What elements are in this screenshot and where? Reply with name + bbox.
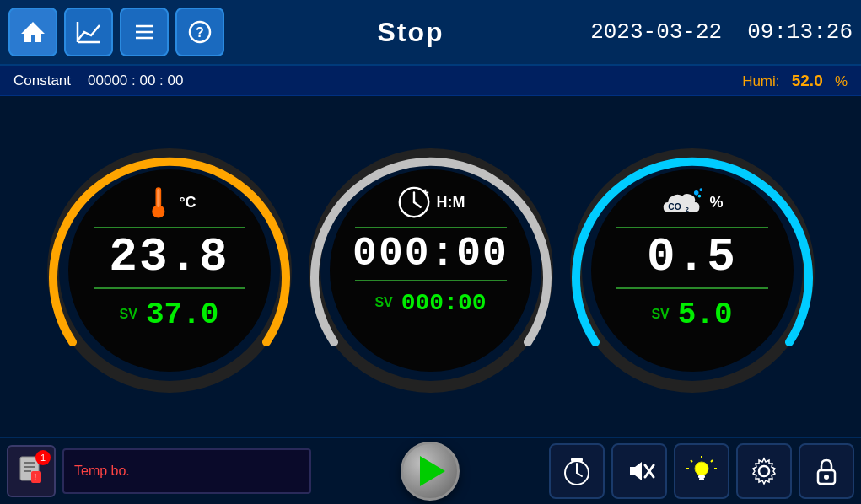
timer-sv-value: 000:00 — [401, 290, 487, 316]
svg-text:CO: CO — [669, 202, 681, 212]
timer-display: 00000 : 00 : 00 — [88, 72, 183, 89]
svg-rect-11 — [158, 189, 160, 207]
timer-set-button[interactable] — [549, 443, 605, 499]
timer-sv-label: SV — [374, 295, 392, 310]
temp-sv-label: SV — [120, 307, 137, 322]
humidity-display: Humi: 52.0 % — [742, 72, 848, 90]
svg-point-35 — [695, 462, 708, 475]
svg-rect-37 — [699, 478, 704, 480]
datetime-display: 2023-03-22 09:13:26 — [590, 19, 853, 45]
svg-line-15 — [414, 202, 421, 207]
bottom-bar: ! 1 Temp bo. — [0, 437, 861, 504]
message-text: Temp bo. — [74, 464, 130, 479]
svg-line-30 — [577, 473, 582, 476]
temp-divider2 — [94, 287, 245, 289]
humi-label: Humi: — [742, 73, 779, 89]
svg-point-43 — [759, 466, 769, 476]
co2-divider2 — [616, 287, 768, 289]
timer-gauge-inner: H:M 000:00 SV 000:00 — [330, 169, 532, 372]
main-content: °C 23.8 SV 37.0 — [0, 96, 861, 437]
svg-rect-36 — [698, 475, 705, 478]
svg-point-21 — [698, 195, 702, 198]
co2-unit: % — [709, 194, 723, 212]
temp-icon-row: °C — [142, 185, 196, 220]
temperature-gauge: °C 23.8 SV 37.0 — [47, 148, 292, 393]
mode-label: Constant — [13, 72, 71, 89]
temp-gauge-inner: °C 23.8 SV 37.0 — [68, 169, 271, 372]
page-title: Stop — [231, 17, 590, 48]
svg-point-20 — [700, 188, 703, 191]
nav-home-button[interactable] — [8, 8, 57, 56]
temp-value: 23.8 — [109, 232, 229, 284]
svg-marker-0 — [21, 22, 45, 42]
co2-gauge: CO 2 % 0.5 SV 5.0 — [570, 148, 815, 393]
timer-sv-row: SV 000:00 — [374, 290, 486, 316]
timer-divider — [355, 227, 507, 228]
play-icon — [420, 456, 445, 486]
co2-sv-row: SV 5.0 — [651, 298, 732, 332]
co2-sv-value: 5.0 — [678, 298, 733, 332]
svg-marker-32 — [630, 462, 642, 480]
play-button[interactable] — [401, 442, 460, 501]
timer-divider2 — [355, 280, 507, 281]
svg-rect-31 — [571, 458, 583, 462]
log-button[interactable]: ! 1 — [7, 445, 56, 497]
bottom-message: Temp bo. — [62, 448, 311, 494]
svg-text:?: ? — [196, 25, 204, 40]
nav-list-button[interactable] — [120, 8, 169, 56]
temp-sv-value: 37.0 — [146, 298, 218, 332]
time-display: 09:13:26 — [747, 19, 853, 45]
status-left: Constant 00000 : 00 : 00 — [13, 72, 183, 89]
temp-divider — [94, 227, 245, 228]
settings-button[interactable] — [736, 443, 792, 499]
humi-value: 52.0 — [792, 72, 823, 89]
lock-button[interactable] — [799, 443, 854, 499]
play-btn-wrap — [318, 442, 543, 501]
co2-value: 0.5 — [647, 232, 737, 284]
status-bar: Constant 00000 : 00 : 00 Humi: 52.0 % — [0, 66, 861, 96]
svg-line-39 — [711, 460, 713, 462]
svg-text:2: 2 — [686, 206, 689, 213]
svg-line-41 — [691, 460, 692, 462]
co2-divider — [616, 227, 768, 228]
co2-sv-label: SV — [651, 307, 669, 322]
log-badge: 1 — [35, 450, 51, 465]
temp-sv-row: SV 37.0 — [120, 298, 219, 332]
svg-text:!: ! — [34, 473, 36, 482]
svg-point-19 — [694, 190, 699, 196]
timer-gauge: H:M 000:00 SV 000:00 — [309, 148, 553, 393]
timer-icon-row: H:M — [396, 185, 465, 220]
date-display: 2023-03-22 — [590, 19, 722, 45]
top-bar: ? Stop 2023-03-22 09:13:26 — [0, 0, 861, 66]
humi-unit: % — [835, 73, 848, 89]
timer-unit: H:M — [437, 194, 465, 212]
mute-button[interactable] — [611, 443, 667, 499]
svg-point-45 — [824, 475, 829, 480]
light-button[interactable] — [674, 443, 729, 499]
temp-unit: °C — [179, 194, 196, 212]
timer-value: 000:00 — [352, 232, 509, 276]
nav-help-button[interactable]: ? — [175, 8, 224, 56]
co2-icon-row: CO 2 % — [660, 185, 723, 220]
nav-chart-button[interactable] — [64, 8, 113, 56]
co2-gauge-inner: CO 2 % 0.5 SV 5.0 — [591, 169, 794, 372]
